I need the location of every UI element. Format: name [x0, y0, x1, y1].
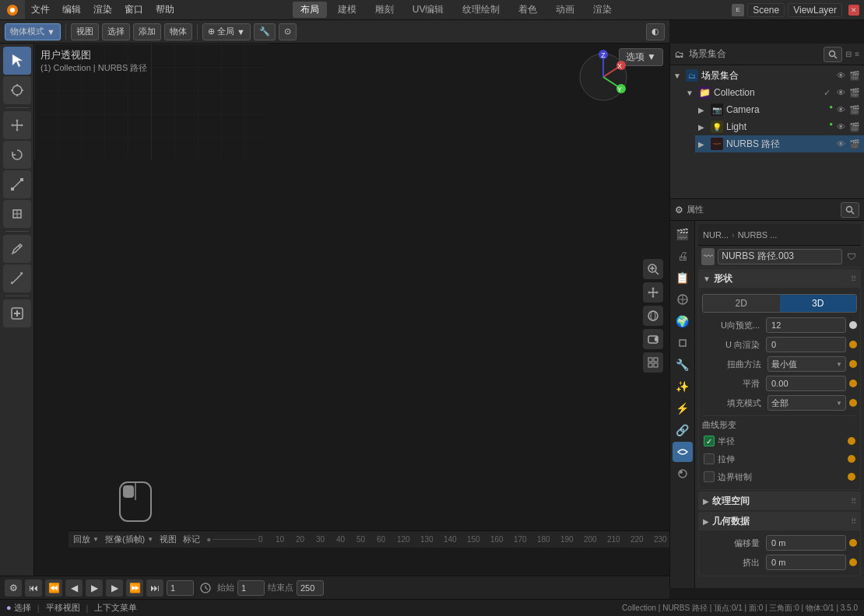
u-render-value[interactable]: 0	[766, 337, 846, 352]
outliner-item-scene-collection[interactable]: ▼ 🗂 场景集合 👁 🎬	[670, 67, 864, 84]
axis-indicator[interactable]: X Y Z	[576, 50, 630, 104]
light-vis-icon[interactable]: 👁	[834, 121, 847, 133]
playback-btn[interactable]: 回放 ▼	[73, 534, 99, 545]
object-props-btn[interactable]	[673, 333, 693, 353]
output-props-btn[interactable]: 🖨	[673, 246, 693, 266]
outliner-item-camera[interactable]: ▶ 📷 Camera ● 👁 🎬	[695, 101, 864, 118]
marker-btn[interactable]: 标记	[183, 534, 200, 545]
particles-props-btn[interactable]: ✨	[673, 376, 693, 397]
proportional-btn[interactable]: ⊙	[279, 23, 297, 40]
shape-section-grip[interactable]: ⠿	[851, 275, 856, 283]
outliner-sort-btn[interactable]: ≡	[855, 50, 859, 58]
physics-props-btn[interactable]: ⚡	[673, 398, 693, 418]
jump-start-btn[interactable]: ⏮	[25, 579, 42, 597]
nurbs-vis-icon[interactable]: 👁	[834, 138, 847, 150]
scene-selector[interactable]: Scene	[747, 3, 785, 17]
geometry-section-header[interactable]: ▶ 几何数据 ⠿	[698, 512, 861, 530]
clamp-checkbox[interactable]	[704, 471, 715, 482]
zoom-in-btn[interactable]	[643, 259, 663, 279]
mode-selector[interactable]: 物体模式 ▼	[5, 23, 61, 40]
measure-tool-btn[interactable]	[3, 264, 31, 292]
nurbs-render-icon[interactable]: 🎬	[848, 138, 861, 150]
timeline-settings-btn[interactable]: ⚙	[5, 579, 22, 597]
orbit-btn[interactable]	[643, 306, 663, 326]
end-frame-field[interactable]: 250	[297, 580, 324, 596]
view-menu[interactable]: 视图	[71, 23, 99, 40]
menu-help[interactable]: 帮助	[149, 0, 181, 19]
extrude-value[interactable]: 0 m	[766, 555, 846, 570]
outliner-item-nurbs[interactable]: ▶ 〰 NURBS 路径 👁 🎬	[695, 135, 864, 152]
constraints-props-btn[interactable]: 🔗	[673, 420, 693, 440]
data-props-btn[interactable]	[673, 442, 693, 462]
move-tool-btn[interactable]	[3, 111, 31, 139]
current-frame-field[interactable]: 1	[167, 580, 194, 596]
view-btn[interactable]: 视图	[160, 534, 177, 545]
tab-rendering[interactable]: 渲染	[585, 2, 620, 18]
shield-icon[interactable]: 🛡	[845, 249, 858, 264]
select-menu[interactable]: 选择	[102, 23, 130, 40]
menu-edit[interactable]: 编辑	[56, 0, 87, 19]
smooth-value[interactable]: 0.00	[766, 376, 846, 391]
jump-end-btn[interactable]: ⏭	[146, 579, 163, 597]
viewport[interactable]: 用户透视图 (1) Collection | NURBS 路径 选项 ▼ X Y	[34, 44, 669, 588]
render-props-btn[interactable]: 🎬	[673, 224, 693, 244]
collection-render-icon[interactable]: 🎬	[848, 86, 861, 99]
shape-section-header[interactable]: ▼ 形状 ⠿	[698, 269, 861, 288]
tab-sculpting[interactable]: 雕刻	[367, 2, 402, 18]
twist-select[interactable]: 最小值 ▼	[767, 356, 846, 372]
world-props-btn[interactable]: 🌍	[673, 311, 693, 331]
menu-window[interactable]: 窗口	[118, 0, 149, 19]
outliner-filter-btn[interactable]: ⊟	[845, 50, 852, 58]
step-back-btn[interactable]: ⏪	[45, 579, 62, 597]
texture-section-header[interactable]: ▶ 纹理空间 ⠿	[698, 492, 861, 510]
keying-btn[interactable]: 抠像(插帧) ▼	[105, 534, 153, 545]
play-btn[interactable]: ▶	[86, 579, 103, 597]
rotate-tool-btn[interactable]	[3, 141, 31, 169]
menu-file[interactable]: 文件	[25, 0, 56, 19]
outliner-search-btn[interactable]	[824, 47, 842, 62]
stretch-checkbox[interactable]	[704, 453, 715, 464]
transform-tool-btn[interactable]	[3, 200, 31, 228]
tab-animation[interactable]: 动画	[548, 2, 582, 18]
grid-btn[interactable]	[643, 352, 663, 373]
camera-render-icon[interactable]: 🎬	[848, 103, 861, 116]
blender-logo[interactable]	[0, 0, 25, 19]
tab-shading[interactable]: 着色	[511, 2, 545, 18]
collection-vis-icon[interactable]: 👁	[834, 86, 847, 99]
viewlayer-selector[interactable]: ViewLayer	[788, 3, 842, 17]
next-frame-btn[interactable]: ▶	[106, 579, 123, 597]
tab-modeling[interactable]: 建模	[330, 2, 364, 18]
step-fwd-btn[interactable]: ⏩	[126, 579, 143, 597]
offset-value[interactable]: 0 m	[766, 535, 846, 551]
pan-btn[interactable]	[643, 282, 663, 303]
viewlayer-props-btn[interactable]: 📋	[673, 268, 693, 288]
scene-props-btn[interactable]	[673, 289, 693, 310]
select-tool-btn[interactable]	[3, 47, 31, 75]
tab-uv[interactable]: UV编辑	[405, 2, 452, 18]
fill-select[interactable]: 全部 ▼	[767, 395, 846, 411]
close-button[interactable]: ✕	[848, 5, 859, 16]
u-preview-value[interactable]: 12	[766, 317, 846, 333]
light-render-icon[interactable]: 🎬	[848, 121, 861, 133]
camera-vis-icon[interactable]: 👁	[834, 103, 847, 116]
tab-layout[interactable]: 布局	[293, 2, 327, 18]
outliner-item-collection[interactable]: ▼ 📁 Collection ✓ 👁 🎬	[683, 84, 864, 101]
modifier-props-btn[interactable]: 🔧	[673, 355, 693, 375]
3d-btn[interactable]: 3D	[780, 295, 857, 312]
collection-check-icon[interactable]: ✓	[820, 86, 833, 99]
tab-texture-paint[interactable]: 纹理绘制	[455, 2, 508, 18]
render-engine-icon[interactable]: E	[732, 4, 744, 16]
cursor-tool-btn[interactable]	[3, 76, 31, 104]
object-menu[interactable]: 物体	[164, 23, 192, 40]
geometry-section-grip[interactable]: ⠿	[851, 517, 856, 526]
texture-section-grip[interactable]: ⠿	[851, 497, 856, 506]
annotate-tool-btn[interactable]	[3, 235, 31, 263]
camera-view-btn[interactable]	[643, 329, 663, 349]
radius-checkbox[interactable]: ✓	[704, 436, 715, 446]
transform-global[interactable]: ⊕ 全局 ▼	[202, 23, 251, 40]
scale-tool-btn[interactable]	[3, 170, 31, 198]
add-object-btn[interactable]	[3, 299, 31, 327]
material-props-btn[interactable]	[673, 464, 693, 484]
viewport-shading-btns[interactable]: ◐	[646, 23, 665, 40]
props-search-btn[interactable]	[841, 202, 859, 218]
